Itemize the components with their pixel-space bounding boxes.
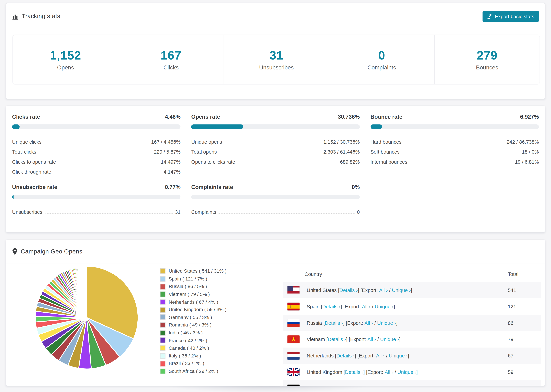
punctuation: [ <box>327 386 330 386</box>
export-all-link[interactable]: All › <box>370 386 378 386</box>
flag-icon-de <box>288 385 300 386</box>
column-header-country: Country <box>283 271 508 277</box>
details-link[interactable]: Details › <box>339 287 358 293</box>
export-unique-link[interactable]: Unique › <box>397 369 416 375</box>
legend-item-south-africa: South Africa ( 29 / 2% ) <box>160 367 226 375</box>
export-unique-link[interactable]: Unique › <box>375 304 394 309</box>
flag-icon-es <box>288 302 300 310</box>
export-unique-link[interactable]: Unique › <box>382 386 401 386</box>
rate-panel-bounce-rate: Bounce rate6.927%Hard bounces242 / 86.73… <box>370 114 539 175</box>
summary-cell-bounces: 279Bounces <box>434 35 540 84</box>
country-cell: ★Vietnam [Details ›] [Export: All › / Un… <box>283 335 508 343</box>
tracking-stats-card: Tracking stats Export basic stats 1,152O… <box>6 3 545 99</box>
chevron-right-icon: › <box>405 353 408 358</box>
legend-item-vietnam: Vietnam ( 79 / 5% ) <box>160 290 226 298</box>
chevron-right-icon: › <box>390 369 393 375</box>
total-cell: 541 <box>508 287 541 293</box>
rate-panel-complaints-rate: Complaints rate0%Complaints0 <box>191 184 360 215</box>
legend-label: South Africa ( 29 / 2% ) <box>169 369 218 374</box>
summary-value: 279 <box>477 48 497 62</box>
legend-item-france: France ( 42 / 2% ) <box>160 336 226 344</box>
punctuation: [ <box>337 287 339 293</box>
geo-opens-legend: United States ( 541 / 31% )Spain ( 121 /… <box>160 267 226 375</box>
geo-opens-table: Country Total United States [Details ›] … <box>283 266 541 386</box>
chevron-right-icon: › <box>367 304 371 309</box>
rate-value: 6.927% <box>520 114 539 120</box>
punctuation: / <box>376 336 380 342</box>
rate-title: Unsubscribe rate <box>12 184 57 190</box>
punctuation: [ <box>325 336 328 342</box>
punctuation: [ <box>342 369 345 375</box>
export-unique-link[interactable]: Unique › <box>380 336 399 342</box>
stat-value: 0 <box>357 209 360 215</box>
stat-row-total-clicks: Total clicks220 / 5.87% <box>12 145 181 155</box>
export-all-link[interactable]: All › <box>362 304 370 309</box>
stat-value: 220 / 5.87% <box>154 149 181 155</box>
legend-item-romania: Romania ( 49 / 3% ) <box>160 321 226 329</box>
export-all-link[interactable]: All › <box>376 353 385 358</box>
export-all-link-label: All <box>376 353 381 358</box>
total-cell: 86 <box>508 320 541 326</box>
country-name: Germany <box>307 386 327 386</box>
chevron-right-icon: › <box>370 320 373 326</box>
stat-label: Unique opens <box>191 139 222 145</box>
export-unique-link[interactable]: Unique › <box>377 320 396 326</box>
export-unique-link-label: Unique <box>397 369 413 375</box>
rate-value: 0.77% <box>165 184 181 190</box>
country-name: Russia <box>307 320 322 326</box>
chevron-right-icon: › <box>360 369 363 375</box>
total-cell: 59 <box>508 369 541 375</box>
punctuation: / <box>373 320 377 326</box>
export-all-link-label: All <box>367 336 373 342</box>
rate-panel-opens-rate: Opens rate30.736%Unique opens1,152 / 30.… <box>191 114 360 175</box>
export-unique-link[interactable]: Unique › <box>389 353 408 358</box>
details-link[interactable]: Details › <box>345 369 363 375</box>
chevron-right-icon: › <box>381 353 385 358</box>
legend-swatch <box>160 330 165 336</box>
summary-label: Bounces <box>476 64 498 71</box>
chevron-right-icon: › <box>408 287 411 293</box>
punctuation: ] <box>399 336 400 342</box>
summary-label: Unsubscribes <box>259 64 294 71</box>
country-cell: United States [Details ›] [Export: All ›… <box>283 286 508 294</box>
flag-icon-nl <box>288 352 300 360</box>
chevron-right-icon: › <box>396 336 399 342</box>
punctuation: / <box>393 369 397 375</box>
export-all-link-label: All <box>379 287 385 293</box>
dotted-leader <box>44 143 148 143</box>
stat-row-unique-clicks: Unique clicks167 / 4.456% <box>12 135 181 145</box>
summary-cell-complaints: 0Complaints <box>329 35 434 84</box>
export-unique-link-label: Unique <box>392 287 408 293</box>
legend-label: France ( 42 / 2% ) <box>169 338 207 343</box>
details-link[interactable]: Details › <box>328 336 346 342</box>
punctuation: ] <box>416 369 418 375</box>
legend-item-spain: Spain ( 121 / 7% ) <box>160 275 226 283</box>
country-name: Vietnam <box>307 336 325 342</box>
stat-row-clicks-to-opens-rate: Clicks to opens rate14.497% <box>12 155 181 165</box>
punctuation: ] [Export: <box>343 320 365 326</box>
stat-row-soft-bounces: Soft bounces18 / 0% <box>370 145 539 155</box>
legend-label: India ( 46 / 3% ) <box>169 330 203 335</box>
punctuation: ] <box>396 320 397 326</box>
progress-bar <box>191 124 360 129</box>
chevron-right-icon: › <box>375 386 378 386</box>
export-all-link[interactable]: All › <box>367 336 376 342</box>
export-all-link[interactable]: All › <box>385 369 393 375</box>
punctuation: ] [Export: <box>348 386 370 386</box>
details-link[interactable]: Details › <box>325 320 343 326</box>
export-unique-link[interactable]: Unique › <box>392 287 411 293</box>
rates-card: Clicks rate4.46%Unique clicks167 / 4.456… <box>6 105 545 232</box>
chevron-right-icon: › <box>413 369 416 375</box>
details-link[interactable]: Details › <box>336 353 355 358</box>
stat-label: Internal bounces <box>370 159 407 165</box>
legend-item-united-states: United States ( 541 / 31% ) <box>160 267 226 275</box>
details-link[interactable]: Details › <box>322 304 340 309</box>
details-link[interactable]: Details › <box>330 386 348 386</box>
export-all-link[interactable]: All › <box>365 320 373 326</box>
stat-value: 31 <box>175 209 181 215</box>
stat-value: 242 / 86.738% <box>507 139 539 145</box>
export-all-link[interactable]: All › <box>379 287 388 293</box>
export-basic-stats-button[interactable]: Export basic stats <box>482 11 539 22</box>
legend-item-india: India ( 46 / 3% ) <box>160 329 226 336</box>
geo-table-body: United States [Details ›] [Export: All ›… <box>283 282 541 386</box>
